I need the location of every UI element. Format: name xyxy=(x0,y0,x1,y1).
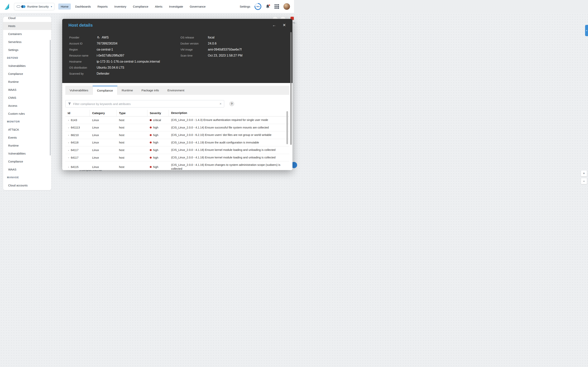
host-info-left-column: ProvideraAWSAccount ID767399230204Region… xyxy=(69,34,180,77)
tab-package-info[interactable]: Package info xyxy=(137,86,163,94)
filter-row: ✕ ? xyxy=(65,100,289,108)
compliance-table-row[interactable]: ⌄66210Linuxhosthigh(CIS_Linux_2.0.0 - 6.… xyxy=(65,131,289,139)
modal-scrollbar-thumb[interactable] xyxy=(290,32,292,145)
compliance-table-row[interactable]: ⌄641113Linuxhosthigh(CIS_Linux_2.0.0 - 4… xyxy=(65,124,289,132)
nav-item-governance[interactable]: Governance xyxy=(187,3,208,9)
sidebar-item-vulnerabilities[interactable]: Vulnerabilities xyxy=(3,150,51,158)
severity-dot-critical xyxy=(150,119,152,121)
severity-dot-high xyxy=(150,134,152,136)
expand-caret-icon[interactable]: ⌄ xyxy=(68,134,69,136)
module-circle-light-icon xyxy=(23,5,25,8)
info-label: Docker version xyxy=(180,42,208,45)
settings-link[interactable]: Settings xyxy=(240,5,250,8)
aws-logo-icon: a xyxy=(97,35,100,39)
tab-vulnerabilities[interactable]: Vulnerabilities xyxy=(65,86,92,94)
user-avatar[interactable] xyxy=(283,3,290,10)
info-value-text: 24.0.6 xyxy=(208,42,216,45)
sidebar-item-compliance[interactable]: Compliance xyxy=(3,158,51,166)
info-row-os-release: OS releasefocal xyxy=(180,34,243,41)
sidebar-item-cloud-accounts[interactable]: Cloud accounts xyxy=(3,181,51,184)
sidebar-item-hosts[interactable]: Hosts xyxy=(3,22,51,30)
info-row-os-distribution: OS distributionUbuntu 20.04.6 LTS xyxy=(69,65,180,71)
aws-logo: a xyxy=(97,35,100,40)
info-label: Resource name xyxy=(69,54,97,57)
modal-header-actions: ← ✕ xyxy=(271,22,287,28)
sidebar-section-monitor: MONITOR xyxy=(3,118,51,125)
severity-dot-high xyxy=(150,166,152,168)
clear-filter-icon[interactable]: ✕ xyxy=(219,102,222,105)
expand-caret-icon[interactable]: ⌄ xyxy=(68,119,69,121)
app-switcher-icon[interactable] xyxy=(275,4,279,9)
product-selector[interactable]: Runtime Security ▾ xyxy=(14,3,54,10)
nav-item-compliance[interactable]: Compliance xyxy=(131,3,151,9)
tab-runtime[interactable]: Runtime xyxy=(118,86,137,94)
tab-compliance[interactable]: Compliance xyxy=(92,86,118,95)
sidebar-item-custom-rules[interactable]: Custom rules xyxy=(3,110,51,118)
nav-item-investigate[interactable]: Investigate xyxy=(167,3,185,9)
compliance-table-row[interactable]: ⌄64115Linuxhosthigh(CIS_Linux_2.0.0 - 4.… xyxy=(65,161,289,170)
row-description: (CIS_Linux_2.0.0 - 1.4.3) Ensure authent… xyxy=(169,117,289,124)
prisma-logo[interactable] xyxy=(4,3,11,10)
sidebar-item-cloud[interactable]: Cloud xyxy=(3,17,51,22)
sidebar-item-serverless[interactable]: Serverless xyxy=(3,38,51,46)
filter-help-button[interactable]: ? xyxy=(229,101,234,106)
sidebar-item-compliance[interactable]: Compliance xyxy=(3,70,51,78)
compliance-table-row[interactable]: ⌄64117Linuxhosthigh(CIS_Linux_2.0.0 - 4.… xyxy=(65,154,289,162)
info-value: ca-central-1 xyxy=(97,48,113,51)
column-header-id[interactable]: Id xyxy=(65,110,90,116)
compliance-table-row[interactable]: ⌄64117Linuxhosthigh(CIS_Linux_2.0.0 - 4.… xyxy=(65,146,289,154)
row-description: (CIS_Linux_2.0.0 - 4.1.16) Ensure change… xyxy=(169,161,289,170)
nav-item-dashboards[interactable]: Dashboards xyxy=(73,3,93,9)
nav-item-reports[interactable]: Reports xyxy=(95,3,110,9)
column-header-type[interactable]: Type xyxy=(117,110,147,116)
sidebar-item-runtime[interactable]: Runtime xyxy=(3,142,51,150)
sidebar-item-settings[interactable]: Settings xyxy=(3,46,51,54)
nav-item-alerts[interactable]: Alerts xyxy=(153,3,165,9)
info-row-vm-image: VM imageami-0940df33750ae6e7f xyxy=(180,46,243,52)
nav-item-inventory[interactable]: Inventory xyxy=(112,3,129,9)
sidebar-item-containers[interactable]: Containers xyxy=(3,30,51,38)
info-row-scanned-by: Scanned byDefender xyxy=(69,71,180,77)
expand-caret-icon[interactable]: ⌄ xyxy=(68,141,69,143)
sidebar-item-att-ck[interactable]: ATT&CK xyxy=(3,125,51,133)
compliance-filter-input[interactable] xyxy=(73,102,217,106)
compute-pill-icon xyxy=(17,5,20,8)
column-header-severity[interactable]: Severity xyxy=(147,110,169,116)
tab-environment[interactable]: Environment xyxy=(163,86,189,94)
host-info-right-column: OS releasefocalDocker version24.0.6VM im… xyxy=(180,34,243,77)
sidebar-item-waas[interactable]: WAAS xyxy=(3,166,51,173)
sidebar-item-cnns[interactable]: CNNS xyxy=(3,94,51,102)
sidebar-scrollbar[interactable] xyxy=(50,40,51,156)
sidebar-item-runtime[interactable]: Runtime xyxy=(3,78,51,86)
sidebar-item-vulnerabilities[interactable]: Vulnerabilities xyxy=(3,62,51,70)
sidebar-item-access[interactable]: Access xyxy=(3,102,51,110)
column-header-category[interactable]: Category xyxy=(90,110,117,116)
info-value: 767399230204 xyxy=(97,42,118,45)
expand-caret-icon[interactable]: ⌄ xyxy=(68,149,69,151)
severity-dot-high xyxy=(150,157,152,158)
close-button[interactable]: ✕ xyxy=(282,22,287,28)
row-type: host xyxy=(117,154,147,161)
back-button[interactable]: ← xyxy=(271,22,277,28)
row-severity-cell: high xyxy=(147,164,169,170)
info-label: Hostname xyxy=(69,60,97,63)
info-value: Ubuntu 20.04.6 LTS xyxy=(97,66,124,69)
credits-progress-badge[interactable]: 78% xyxy=(254,3,261,10)
compliance-filter: ✕ xyxy=(65,100,224,108)
expand-caret-icon[interactable]: ⌄ xyxy=(68,156,69,158)
sidebar-section-manage: MANAGE xyxy=(3,173,51,181)
table-scrollbar-thumb[interactable] xyxy=(286,111,288,144)
sidebar-item-events[interactable]: Events xyxy=(3,133,51,142)
compliance-table-row[interactable]: ⌄64118Linuxhosthigh(CIS_Linux_2.0.0 - 4.… xyxy=(65,139,289,147)
nav-item-home[interactable]: Home xyxy=(58,3,71,9)
expand-caret-icon[interactable]: ⌄ xyxy=(68,126,69,128)
row-category: Linux xyxy=(90,154,117,161)
info-value-text: ami-0940df33750ae6e7f xyxy=(208,48,242,51)
info-value-text: Ubuntu 20.04.6 LTS xyxy=(97,66,124,69)
compliance-table-row[interactable]: ⌄6143Linuxhostcritical(CIS_Linux_2.0.0 -… xyxy=(65,117,289,124)
expand-caret-icon[interactable]: ⌄ xyxy=(68,166,69,168)
sidebar-item-waas[interactable]: WAAS xyxy=(3,86,51,94)
notifications-button[interactable] xyxy=(266,4,270,9)
svg-text:a: a xyxy=(97,35,99,38)
column-header-description[interactable]: Description xyxy=(169,110,289,116)
